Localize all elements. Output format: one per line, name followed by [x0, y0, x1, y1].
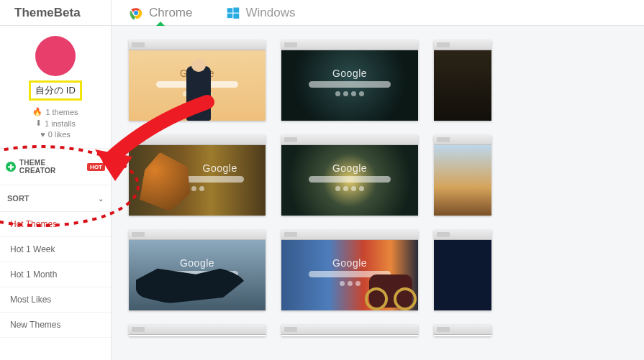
svg-rect-4	[234, 7, 240, 12]
google-logo-text: Google	[332, 68, 367, 79]
sort-header[interactable]: SORT ⌄	[0, 185, 111, 212]
svg-rect-5	[227, 13, 233, 17]
browser-chrome-bar	[129, 230, 266, 240]
theme-card[interactable]: Google	[281, 230, 418, 310]
google-logo-text: Google	[332, 162, 367, 174]
svg-rect-3	[227, 8, 233, 12]
chevron-down-icon: ⌄	[98, 195, 104, 203]
sort-item-most-likes[interactable]: Most Likes	[0, 287, 111, 313]
theme-card-peek[interactable]	[434, 325, 491, 336]
shortcut-dots	[335, 91, 364, 96]
theme-thumbnail	[434, 145, 491, 216]
chrome-icon	[129, 6, 143, 20]
sort-item-hot-1-week[interactable]: Hot 1 Week	[0, 237, 111, 262]
browser-chrome-bar	[281, 230, 418, 240]
theme-thumbnail	[434, 240, 491, 310]
sort-item-hot-1-month[interactable]: Hot 1 Month	[0, 262, 111, 287]
sort-item-new-themes[interactable]: New Themes	[0, 313, 111, 338]
theme-thumbnail: Google	[281, 50, 418, 121]
theme-thumbnail: Google	[129, 145, 266, 216]
theme-thumbnail: Google	[129, 50, 266, 121]
sort-header-label: SORT	[7, 194, 30, 203]
motorcycle-graphic	[369, 274, 412, 308]
theme-card-clipped[interactable]	[434, 40, 491, 121]
svg-rect-6	[234, 13, 240, 18]
flame-icon: 🔥	[32, 107, 42, 116]
theme-card[interactable]: Google	[281, 135, 418, 216]
sidebar: 自分の ID 🔥 1 themes ⬇ 1 installs ♥ 0 likes…	[0, 26, 112, 360]
theme-thumbnail: Google	[281, 240, 418, 310]
google-logo-text: Google	[180, 257, 214, 269]
theme-thumbnail: Google	[281, 145, 418, 216]
theme-card[interactable]: Google	[281, 40, 418, 121]
hot-badge: HOT	[87, 163, 105, 171]
stat-themes: 🔥 1 themes	[7, 107, 104, 116]
search-bar-graphic	[309, 176, 391, 183]
theme-grid-area: Google Google	[112, 26, 644, 360]
header: ThemeBeta Chrome Windows	[0, 0, 644, 26]
theme-card-clipped[interactable]	[434, 230, 491, 310]
google-logo-text: Google	[332, 257, 367, 269]
theme-thumbnail	[434, 50, 491, 121]
creator-badge-icon: ✚	[6, 162, 16, 172]
sort-item-hot-themes[interactable]: Hot Themes	[0, 212, 111, 237]
anime-character-graphic	[186, 66, 211, 121]
profile-block: 自分の ID 🔥 1 themes ⬇ 1 installs ♥ 0 likes	[0, 26, 111, 149]
browser-chrome-bar	[281, 40, 418, 50]
stat-installs: ⬇ 1 installs	[7, 119, 104, 128]
shortcut-dots	[340, 281, 360, 286]
google-logo-text: Google	[203, 162, 237, 174]
search-bar-graphic	[309, 81, 391, 88]
tab-windows[interactable]: Windows	[209, 0, 312, 25]
site-logo[interactable]: ThemeBeta	[0, 0, 112, 25]
browser-chrome-bar	[434, 40, 491, 50]
browser-chrome-bar	[129, 135, 266, 145]
tab-chrome[interactable]: Chrome	[112, 0, 209, 25]
theme-creator-link[interactable]: ✚ THEME CREATOR HOT	[0, 149, 111, 185]
samus-graphic	[140, 152, 190, 211]
theme-creator-label: THEME CREATOR	[19, 159, 83, 175]
theme-card-clipped[interactable]	[434, 135, 491, 216]
svg-point-2	[134, 11, 138, 15]
theme-card-peek[interactable]	[281, 325, 418, 336]
stat-likes: ♥ 0 likes	[7, 130, 104, 139]
windows-icon	[227, 6, 240, 19]
theme-card[interactable]: Google	[129, 230, 266, 310]
shortcut-dots	[335, 186, 364, 191]
theme-card[interactable]: Google	[129, 135, 266, 216]
theme-card-peek[interactable]	[129, 325, 266, 336]
browser-chrome-bar	[281, 135, 418, 145]
browser-chrome-bar	[434, 135, 491, 145]
user-id-highlight[interactable]: 自分の ID	[29, 80, 82, 101]
browser-chrome-bar	[434, 230, 491, 240]
theme-thumbnail: Google	[129, 240, 266, 310]
avatar[interactable]	[35, 36, 76, 76]
tab-windows-label: Windows	[245, 6, 295, 20]
tab-chrome-label: Chrome	[149, 6, 192, 20]
heart-icon: ♥	[40, 130, 45, 139]
download-icon: ⬇	[35, 119, 42, 128]
browser-chrome-bar	[129, 40, 266, 50]
theme-card[interactable]: Google	[129, 40, 266, 121]
